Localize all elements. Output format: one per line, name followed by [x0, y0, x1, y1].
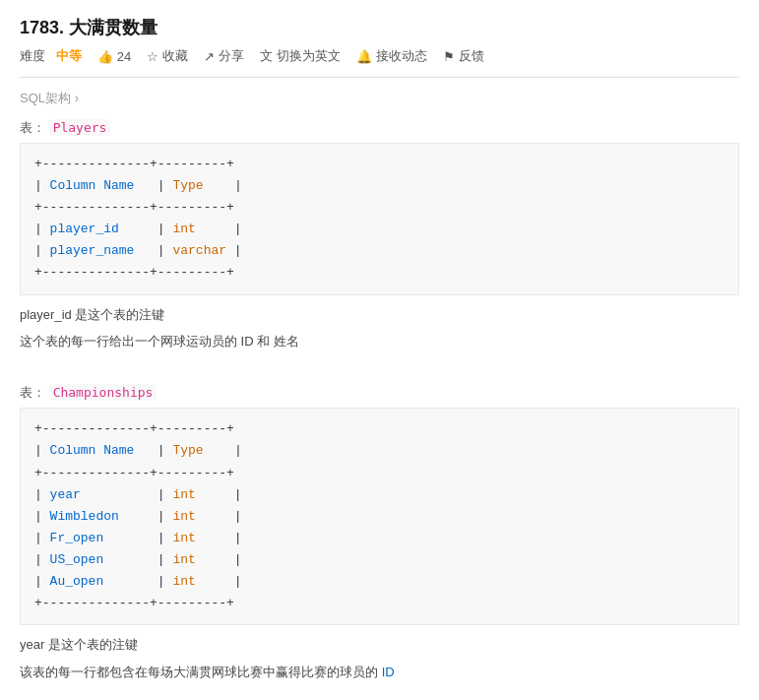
page-title: 1783. 大满贯数量: [20, 16, 739, 39]
table2-section: 表： Championships +--------------+-------…: [20, 384, 739, 683]
table2-label: 表： Championships: [20, 384, 739, 402]
subscribe-button[interactable]: 🔔 接收动态: [356, 47, 427, 65]
table1-name: Players: [49, 119, 111, 136]
table2-desc2: 该表的每一行都包含在每场大满贯网球比赛中赢得比赛的球员的 ID: [20, 661, 739, 683]
table2-name: Championships: [49, 384, 158, 401]
table2-schema: +--------------+---------+ | Column Name…: [20, 408, 739, 625]
difficulty-value: 中等: [56, 48, 82, 63]
table2-desc1: year 是这个表的注键: [20, 633, 739, 656]
toolbar: 难度 中等 👍 24 ☆ 收藏 ↗ 分享 文 切换为英文 🔔 接收动态 ⚑ 反馈: [20, 47, 739, 65]
collect-button[interactable]: ☆ 收藏: [147, 47, 188, 65]
table1-schema: +--------------+---------+ | Column Name…: [20, 143, 739, 295]
toolbar-divider: [20, 77, 739, 78]
page-wrapper: 1783. 大满贯数量 难度 中等 👍 24 ☆ 收藏 ↗ 分享 文 切换为英文…: [0, 0, 759, 700]
feedback-button[interactable]: ⚑ 反馈: [443, 47, 484, 65]
table1-label: 表： Players: [20, 119, 739, 137]
table1-desc1: player_id 是这个表的注键: [20, 303, 739, 326]
switch-en-button[interactable]: 文 切换为英文: [260, 47, 341, 65]
breadcrumb[interactable]: SQL架构 ›: [20, 90, 739, 107]
table1-section: 表： Players +--------------+---------+ | …: [20, 119, 739, 352]
likes-count: 24: [117, 49, 131, 64]
share-button[interactable]: ↗ 分享: [204, 47, 244, 65]
difficulty-label: 难度 中等: [20, 47, 82, 65]
table1-desc2: 这个表的每一行给出一个网球运动员的 ID 和 姓名: [20, 330, 739, 352]
likes-button[interactable]: 👍 24: [97, 49, 131, 64]
